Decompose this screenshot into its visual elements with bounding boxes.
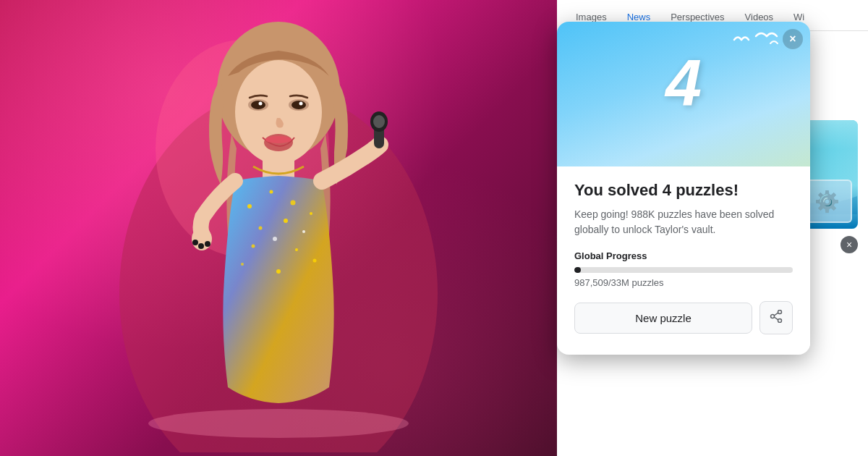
svg-point-31 [198, 243, 204, 249]
svg-point-30 [192, 240, 198, 245]
svg-point-16 [310, 212, 312, 215]
birds-svg [731, 29, 788, 51]
progress-numbers: 987,509/33M puzzles [574, 277, 793, 288]
progress-label: Global Progress [574, 250, 793, 261]
progress-bar-container [574, 267, 793, 273]
svg-line-37 [774, 313, 778, 316]
vault-symbol: ⚙️ [814, 190, 840, 214]
performer-figure [98, 4, 459, 452]
svg-point-24 [313, 259, 317, 263]
puzzle-modal-header: 4 × [557, 22, 810, 166]
progress-bar-fill [574, 267, 581, 273]
svg-point-9 [299, 102, 303, 106]
puzzle-count-number: 4 [665, 51, 702, 116]
svg-point-6 [251, 101, 265, 109]
puzzle-solved-title: You solved 4 puzzles! [574, 181, 793, 200]
puzzle-modal-body: You solved 4 puzzles! Keep going! 988K p… [557, 166, 810, 349]
svg-point-33 [148, 409, 409, 438]
svg-point-35 [771, 314, 775, 318]
svg-point-18 [284, 219, 288, 223]
svg-point-8 [259, 102, 263, 106]
puzzle-actions: New puzzle [574, 301, 793, 334]
puzzle-description: Keep going! 988K puzzles have been solve… [574, 207, 793, 237]
svg-point-28 [373, 115, 385, 128]
svg-point-20 [252, 245, 255, 248]
concert-photo [0, 0, 557, 456]
svg-point-19 [302, 230, 305, 233]
puzzle-modal: 4 × You solved 4 puzzles! Keep going! 98… [557, 22, 810, 355]
svg-point-14 [270, 190, 273, 194]
svg-point-25 [276, 269, 281, 274]
birds-decoration [731, 29, 788, 55]
share-button[interactable] [760, 301, 793, 334]
share-icon [770, 310, 783, 326]
new-puzzle-button[interactable]: New puzzle [574, 303, 752, 334]
svg-point-11 [265, 136, 292, 143]
svg-line-38 [774, 317, 778, 320]
svg-point-23 [241, 263, 244, 266]
puzzle-close-button[interactable]: × [783, 29, 803, 49]
svg-point-36 [778, 318, 782, 322]
close-rating-button[interactable]: × [841, 236, 858, 253]
svg-point-7 [292, 101, 306, 109]
svg-point-17 [259, 227, 263, 230]
svg-point-21 [273, 237, 277, 241]
svg-point-34 [778, 310, 782, 313]
svg-point-15 [291, 200, 296, 206]
svg-point-22 [295, 248, 298, 251]
svg-point-32 [205, 241, 210, 247]
svg-point-13 [247, 204, 252, 208]
